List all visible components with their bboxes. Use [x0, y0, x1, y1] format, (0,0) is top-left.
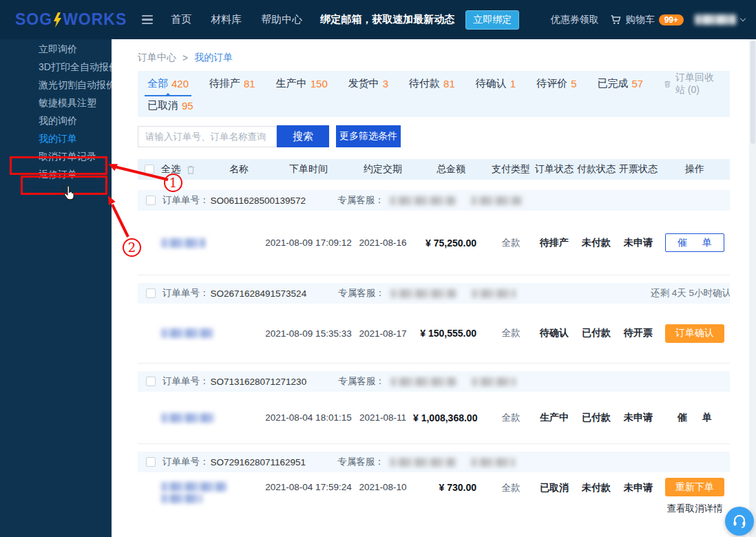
order-number: SO7291628071162951 [211, 457, 306, 467]
confirm-order-button[interactable]: 订单确认 [665, 324, 724, 343]
order-number: SO7131628071271230 [211, 377, 307, 387]
cs-name-redacted [390, 196, 456, 205]
pay-status: 未付款 [576, 482, 617, 494]
invoice-status: 未申请 [617, 237, 660, 249]
urge-order-button[interactable]: 催 单 [665, 233, 724, 252]
sidebar-item-my-orders[interactable]: 我的订单 [0, 130, 112, 148]
coupon-claim-link[interactable]: 优惠券领取 [551, 14, 599, 26]
more-filters-button[interactable]: 更多筛选条件 [336, 125, 401, 147]
col-order-time: 下单时间 [264, 163, 353, 176]
order-name-redacted [161, 413, 215, 423]
col-name: 名称 [213, 163, 264, 176]
col-actions: 操作 [660, 163, 730, 176]
order-header: 订单单号： SO0611628500139572 专属客服： [138, 190, 730, 211]
order-number: SO0611628500139572 [211, 196, 306, 206]
order-status: 生产中 [533, 412, 576, 424]
breadcrumb-parent[interactable]: 订单中心 [138, 52, 176, 64]
nav-material-library[interactable]: 材料库 [211, 13, 242, 26]
order-checkbox[interactable] [146, 288, 156, 298]
customer-service-button[interactable] [725, 507, 754, 536]
tab-pending-payment[interactable]: 待付款81 [409, 71, 455, 96]
breadcrumb-current[interactable]: 我的订单 [194, 52, 233, 64]
user-menu[interactable] [695, 14, 745, 25]
bind-now-button[interactable]: 立即绑定 [465, 10, 519, 30]
select-all-checkbox[interactable] [145, 165, 154, 174]
col-total-amount: 总金额 [413, 163, 489, 176]
table-header: 全选 名称 下单时间 约定交期 总金额 支付类型 订单状态 付款状态 开票状态 … [138, 159, 730, 180]
cart-label: 购物车 [626, 14, 655, 26]
sidebar-item-agile-mold[interactable]: 敏捷模具注塑 [0, 94, 112, 112]
order-time: 2021-08-04 18:01:15 [264, 412, 353, 423]
tab-pending-schedule[interactable]: 待排产81 [209, 71, 255, 96]
order-status: 已取消 [533, 482, 576, 494]
tab-shipping[interactable]: 发货中3 [348, 71, 388, 96]
order-name-redacted [161, 482, 227, 503]
tab-pending-review[interactable]: 待评价5 [536, 71, 576, 96]
cs-name-redacted [390, 377, 456, 386]
logo-text-post: WORKS [63, 10, 127, 29]
pay-status: 已付款 [576, 327, 617, 339]
pay-type: 全款 [489, 412, 533, 424]
nav-home[interactable]: 首页 [171, 13, 191, 26]
sidebar-item-3d-print-quote[interactable]: 3D打印全自动报价 [0, 59, 112, 76]
cs-name-redacted [390, 458, 456, 467]
order-status: 待确认 [533, 327, 576, 339]
page-scrollbar[interactable] [749, 39, 756, 537]
sidebar-item-my-inquiries[interactable]: 我的询价 [0, 112, 112, 130]
nav-help-center[interactable]: 帮助中心 [261, 13, 302, 26]
invoice-status: 待开票 [617, 327, 660, 339]
col-pay-status: 付款状态 [576, 163, 617, 176]
urge-order-link[interactable]: 催 单 [678, 412, 712, 424]
sidebar-item-inquire-now[interactable]: 立即询价 [0, 41, 112, 59]
trash-icon[interactable] [186, 165, 196, 175]
order-number: SO2671628491573524 [211, 288, 307, 299]
reorder-button[interactable]: 重新下单 [665, 478, 724, 496]
order-row: 订单单号： SO2671628491573524 专属客服： 还剩 4天 5小时… [138, 283, 730, 364]
sidebar-item-cancelled-order-records[interactable]: 取消订单记录 [0, 148, 112, 166]
confirm-countdown: 还剩 4天 5小时确认订 [647, 287, 730, 299]
col-pay-type: 支付类型 [489, 163, 533, 176]
order-checkbox[interactable] [146, 196, 156, 205]
search-input[interactable] [138, 126, 277, 147]
chevron-down-icon [740, 16, 746, 21]
menu-hamburger-icon[interactable] [142, 15, 153, 25]
col-invoice-status: 开票状态 [617, 163, 660, 176]
tab-completed[interactable]: 已完成57 [597, 71, 643, 96]
order-checkbox[interactable] [146, 377, 156, 386]
total-amount: ¥ 150,555.00 [413, 328, 489, 339]
order-row: 订单单号： SO7291628071162951 专属客服： 2021-08-0… [138, 452, 730, 537]
main-content: 订单中心 > 我的订单 全部420 待排产81 生产中150 发货中3 待付款8… [112, 39, 756, 537]
tab-all[interactable]: 全部420 [147, 71, 189, 96]
pay-status: 未付款 [576, 237, 617, 249]
sidebar-item-repair-orders[interactable]: 返修订单 [0, 166, 112, 184]
logo[interactable]: SOG WORKS [15, 10, 127, 29]
delivery-date: 2021-08-10 [353, 482, 413, 492]
order-checkbox[interactable] [146, 457, 156, 467]
search-button[interactable]: 搜索 [277, 125, 329, 147]
pay-type: 全款 [489, 327, 533, 339]
order-recycle-bin[interactable]: 订单回收站 (0) [664, 72, 720, 96]
scrollbar-thumb[interactable] [750, 41, 755, 144]
order-name-redacted [161, 328, 213, 338]
view-cancel-details-link[interactable]: 查看取消详情 [667, 503, 723, 515]
order-row: 订单单号： SO7131628071271230 专属客服： 2021-08-0… [138, 371, 730, 444]
tab-in-production[interactable]: 生产中150 [276, 71, 328, 96]
select-all-label: 全选 [161, 163, 180, 176]
order-row: 订单单号： SO0611628500139572 专属客服： 2021-08-0… [138, 190, 730, 275]
logo-text-pre: SOG [15, 10, 52, 29]
cs-contact-redacted [472, 377, 516, 386]
col-delivery-date: 约定交期 [353, 163, 413, 176]
sidebar-item-laser-cut-quote[interactable]: 激光切割自动报价 [0, 76, 112, 94]
navbar-right: 优惠券领取 购物车 99+ [551, 14, 756, 26]
breadcrumb-separator: > [182, 52, 188, 63]
tab-cancelled[interactable]: 已取消95 [147, 96, 193, 115]
lightning-bolt-icon [53, 12, 62, 28]
nav-menu: 首页 材料库 帮助中心 [171, 13, 302, 26]
cs-name-redacted [390, 289, 456, 298]
order-header: 订单单号： SO7131628071271230 专属客服： [138, 371, 730, 392]
cs-contact-redacted [472, 289, 516, 298]
col-order-status: 订单状态 [533, 163, 576, 176]
total-amount: ¥ 1,008,368.00 [413, 412, 489, 423]
cart-link[interactable]: 购物车 99+ [610, 14, 684, 26]
tab-pending-confirm[interactable]: 待确认1 [476, 71, 516, 96]
